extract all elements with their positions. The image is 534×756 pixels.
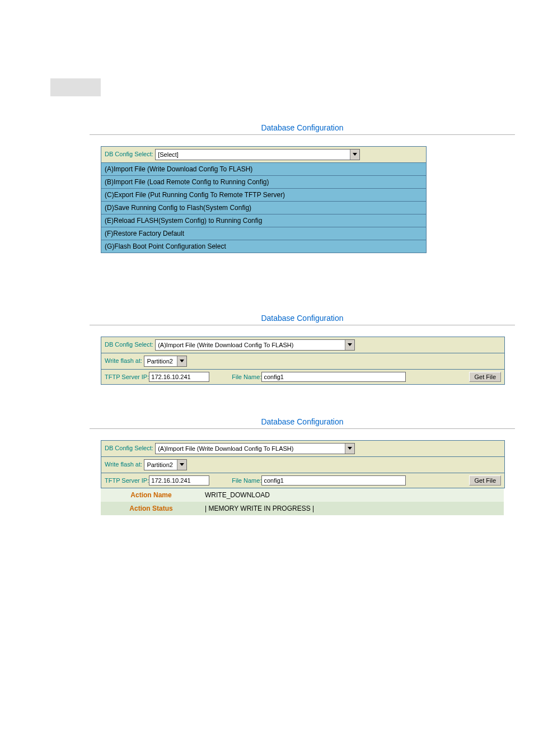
option-f[interactable]: (F)Restore Factory Default [101,227,426,240]
db-config-select-2[interactable]: (A)Import File (Write Download Config To… [155,339,355,351]
chevron-down-icon [177,460,186,470]
status-table: Action Name WRITE_DOWNLOAD Action Status… [101,488,504,515]
gray-header-block [50,78,101,96]
option-c[interactable]: (C)Export File (Put Running Config To Re… [101,189,426,202]
tftp-label-2: TFTP Server IP: [105,374,149,380]
db-config-select-value-2: (A)Import File (Write Download Config To… [156,342,345,348]
write-flash-select-3[interactable]: Partition2 [144,459,187,470]
file-name-label-2: File Name: [232,374,261,380]
action-status-value: | MEMORY WRITE IN PROGRESS | [202,502,504,515]
write-flash-row-3: Write flash at: Partition2 [101,457,504,473]
tftp-label-3: TFTP Server IP: [105,477,149,484]
db-config-select-row-1: DB Config Select: [Select] [101,147,426,163]
svg-marker-1 [348,343,352,346]
db-config-select-label-3: DB Config Select: [105,445,153,451]
chevron-down-icon [345,444,354,454]
option-g[interactable]: (G)Flash Boot Point Configuration Select [101,240,426,253]
tftp-row-3: TFTP Server IP: File Name: Get File [101,473,504,488]
svg-marker-4 [180,463,184,466]
option-b[interactable]: (B)Import File (Load Remote Config to Ru… [101,176,426,189]
file-name-input-3[interactable] [261,475,406,486]
divider-3 [90,428,515,429]
page-title-3: Database Configuration [90,413,515,428]
write-flash-label-3: Write flash at: [105,461,142,468]
write-flash-label-2: Write flash at: [105,357,142,364]
get-file-button-2[interactable]: Get File [469,372,501,382]
page-title-1: Database Configuration [90,119,515,134]
action-status-row: Action Status | MEMORY WRITE IN PROGRESS… [101,502,504,515]
db-config-select-label-2: DB Config Select: [105,341,153,348]
write-flash-select-2[interactable]: Partition2 [144,356,187,367]
db-config-select-row-3: DB Config Select: (A)Import File (Write … [101,441,504,457]
config-table-3: DB Config Select: (A)Import File (Write … [101,440,505,488]
config-table-2: DB Config Select: (A)Import File (Write … [101,337,505,385]
tftp-input-2[interactable] [149,372,209,382]
option-e[interactable]: (E)Reload FLASH(System Config) to Runnin… [101,214,426,227]
chevron-down-icon [350,150,359,160]
db-config-select-label-1: DB Config Select: [105,151,153,157]
tftp-row-2: TFTP Server IP: File Name: Get File [101,370,504,384]
divider-1 [90,134,515,135]
action-name-value: WRITE_DOWNLOAD [202,488,504,502]
divider-2 [90,325,515,325]
write-flash-value-3: Partition2 [144,461,177,468]
db-config-select-1[interactable]: [Select] [155,149,360,160]
db-config-select-value-1: [Select] [156,151,345,158]
db-config-select-row-2: DB Config Select: (A)Import File (Write … [101,337,504,353]
page-title-2: Database Configuration [90,309,515,325]
tftp-input-3[interactable] [149,475,209,486]
write-flash-value-2: Partition2 [144,358,177,365]
action-status-label: Action Status [101,502,202,515]
db-config-select-3[interactable]: (A)Import File (Write Download Config To… [155,443,355,454]
chevron-down-icon [177,356,186,366]
config-table-1: DB Config Select: [Select] (A)Import Fil… [101,146,427,253]
file-name-input-2[interactable] [261,372,406,382]
write-flash-row-2: Write flash at: Partition2 [101,353,504,370]
file-name-label-3: File Name: [232,477,261,484]
db-config-select-value-3: (A)Import File (Write Download Config To… [156,445,345,452]
get-file-button-3[interactable]: Get File [469,475,501,486]
action-name-label: Action Name [101,488,202,502]
svg-marker-2 [180,360,184,362]
chevron-down-icon [345,340,354,350]
option-d[interactable]: (D)Save Running Config to Flash(System C… [101,202,426,214]
svg-marker-0 [353,153,357,156]
action-name-row: Action Name WRITE_DOWNLOAD [101,488,504,502]
svg-marker-3 [348,447,352,450]
option-a[interactable]: (A)Import File (Write Download Config To… [101,163,426,176]
